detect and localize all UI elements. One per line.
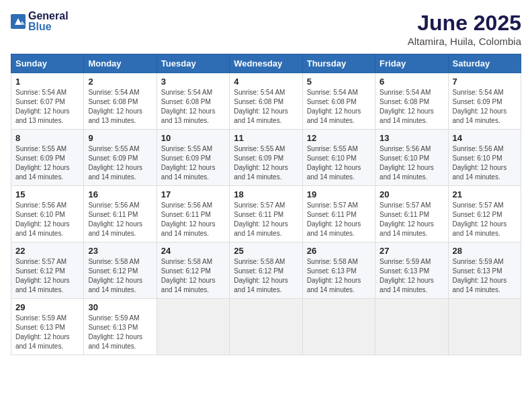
day-cell-24: 24 Sunrise: 5:58 AMSunset: 6:12 PMDaylig…: [157, 242, 229, 299]
day-number: 22: [15, 246, 79, 256]
day-info: Sunrise: 5:56 AMSunset: 6:10 PMDaylight:…: [453, 145, 507, 181]
title-area: June 2025 Altamira, Huila, Colombia: [408, 11, 521, 47]
day-cell-13: 13 Sunrise: 5:56 AMSunset: 6:10 PMDaylig…: [375, 130, 448, 186]
day-cell-28: 28 Sunrise: 5:59 AMSunset: 6:13 PMDaylig…: [448, 242, 521, 299]
day-cell-23: 23 Sunrise: 5:58 AMSunset: 6:12 PMDaylig…: [84, 242, 157, 299]
day-number: 5: [307, 77, 371, 87]
day-info: Sunrise: 5:56 AMSunset: 6:11 PMDaylight:…: [88, 201, 142, 237]
day-number: 28: [453, 246, 517, 256]
week-row-5: 29 Sunrise: 5:59 AMSunset: 6:13 PMDaylig…: [11, 299, 521, 355]
day-number: 16: [88, 189, 152, 199]
day-number: 9: [88, 133, 152, 143]
day-number: 18: [234, 189, 298, 199]
day-number: 21: [453, 189, 517, 199]
day-cell-5: 5 Sunrise: 5:54 AMSunset: 6:08 PMDayligh…: [302, 73, 375, 130]
day-number: 29: [15, 302, 79, 312]
day-info: Sunrise: 5:57 AMSunset: 6:11 PMDaylight:…: [307, 201, 361, 237]
day-number: 1: [15, 77, 79, 87]
day-number: 6: [380, 77, 443, 87]
day-info: Sunrise: 5:59 AMSunset: 6:13 PMDaylight:…: [453, 258, 507, 293]
day-cell-21: 21 Sunrise: 5:57 AMSunset: 6:12 PMDaylig…: [448, 186, 521, 242]
day-cell-22: 22 Sunrise: 5:57 AMSunset: 6:12 PMDaylig…: [11, 242, 84, 299]
day-number: 23: [88, 246, 152, 256]
th-monday: Monday: [84, 54, 157, 73]
day-info: Sunrise: 5:57 AMSunset: 6:12 PMDaylight:…: [453, 201, 507, 237]
logo: General Blue: [11, 11, 69, 32]
day-cell-18: 18 Sunrise: 5:57 AMSunset: 6:11 PMDaylig…: [230, 186, 302, 242]
day-cell-1: 1 Sunrise: 5:54 AMSunset: 6:07 PMDayligh…: [11, 73, 84, 130]
day-info: Sunrise: 5:54 AMSunset: 6:08 PMDaylight:…: [234, 89, 288, 124]
day-info: Sunrise: 5:55 AMSunset: 6:09 PMDaylight:…: [15, 145, 70, 181]
week-row-4: 22 Sunrise: 5:57 AMSunset: 6:12 PMDaylig…: [11, 242, 521, 299]
month-title: June 2025: [408, 11, 521, 36]
day-info: Sunrise: 5:55 AMSunset: 6:10 PMDaylight:…: [307, 145, 361, 181]
day-cell-29: 29 Sunrise: 5:59 AMSunset: 6:13 PMDaylig…: [11, 299, 84, 355]
logo-blue: Blue: [28, 21, 69, 32]
empty-cell-w4-d5: [375, 299, 448, 355]
day-cell-20: 20 Sunrise: 5:57 AMSunset: 6:11 PMDaylig…: [375, 186, 448, 242]
day-number: 19: [307, 189, 371, 199]
day-number: 11: [234, 133, 298, 143]
th-tuesday: Tuesday: [157, 54, 229, 73]
day-cell-14: 14 Sunrise: 5:56 AMSunset: 6:10 PMDaylig…: [448, 130, 521, 186]
day-number: 10: [161, 133, 225, 143]
day-info: Sunrise: 5:57 AMSunset: 6:12 PMDaylight:…: [15, 258, 70, 293]
day-info: Sunrise: 5:58 AMSunset: 6:13 PMDaylight:…: [307, 258, 361, 293]
week-row-3: 15 Sunrise: 5:56 AMSunset: 6:10 PMDaylig…: [11, 186, 521, 242]
day-cell-9: 9 Sunrise: 5:55 AMSunset: 6:09 PMDayligh…: [84, 130, 157, 186]
day-cell-27: 27 Sunrise: 5:59 AMSunset: 6:13 PMDaylig…: [375, 242, 448, 299]
location-title: Altamira, Huila, Colombia: [408, 36, 521, 47]
day-cell-11: 11 Sunrise: 5:55 AMSunset: 6:09 PMDaylig…: [230, 130, 302, 186]
day-number: 8: [15, 133, 79, 143]
day-cell-3: 3 Sunrise: 5:54 AMSunset: 6:08 PMDayligh…: [157, 73, 229, 130]
day-number: 3: [161, 77, 225, 87]
day-info: Sunrise: 5:56 AMSunset: 6:11 PMDaylight:…: [161, 201, 216, 237]
day-info: Sunrise: 5:56 AMSunset: 6:10 PMDaylight:…: [380, 145, 434, 181]
day-number: 30: [88, 302, 152, 312]
day-number: 25: [234, 246, 298, 256]
logo-general: General: [28, 11, 69, 21]
logo-icon: [11, 14, 26, 29]
weekday-header-row: Sunday Monday Tuesday Wednesday Thursday…: [11, 54, 521, 73]
day-cell-8: 8 Sunrise: 5:55 AMSunset: 6:09 PMDayligh…: [11, 130, 84, 186]
day-number: 13: [380, 133, 443, 143]
day-info: Sunrise: 5:58 AMSunset: 6:12 PMDaylight:…: [161, 258, 216, 293]
day-info: Sunrise: 5:54 AMSunset: 6:08 PMDaylight:…: [307, 89, 361, 124]
day-number: 7: [453, 77, 517, 87]
day-info: Sunrise: 5:54 AMSunset: 6:08 PMDaylight:…: [161, 89, 216, 124]
empty-cell-w4-d2: [157, 299, 229, 355]
day-cell-7: 7 Sunrise: 5:54 AMSunset: 6:09 PMDayligh…: [448, 73, 521, 130]
day-cell-25: 25 Sunrise: 5:58 AMSunset: 6:12 PMDaylig…: [230, 242, 302, 299]
day-cell-12: 12 Sunrise: 5:55 AMSunset: 6:10 PMDaylig…: [302, 130, 375, 186]
day-cell-4: 4 Sunrise: 5:54 AMSunset: 6:08 PMDayligh…: [230, 73, 302, 130]
day-info: Sunrise: 5:55 AMSunset: 6:09 PMDaylight:…: [161, 145, 216, 181]
th-saturday: Saturday: [448, 54, 521, 73]
calendar-table: Sunday Monday Tuesday Wednesday Thursday…: [11, 54, 521, 355]
week-row-2: 8 Sunrise: 5:55 AMSunset: 6:09 PMDayligh…: [11, 130, 521, 186]
th-thursday: Thursday: [302, 54, 375, 73]
day-info: Sunrise: 5:54 AMSunset: 6:08 PMDaylight:…: [380, 89, 434, 124]
day-number: 26: [307, 246, 371, 256]
day-info: Sunrise: 5:55 AMSunset: 6:09 PMDaylight:…: [234, 145, 288, 181]
day-number: 15: [15, 189, 79, 199]
day-info: Sunrise: 5:58 AMSunset: 6:12 PMDaylight:…: [88, 258, 142, 293]
day-cell-26: 26 Sunrise: 5:58 AMSunset: 6:13 PMDaylig…: [302, 242, 375, 299]
day-info: Sunrise: 5:56 AMSunset: 6:10 PMDaylight:…: [15, 201, 70, 237]
day-number: 27: [380, 246, 443, 256]
day-cell-6: 6 Sunrise: 5:54 AMSunset: 6:08 PMDayligh…: [375, 73, 448, 130]
day-number: 12: [307, 133, 371, 143]
day-info: Sunrise: 5:54 AMSunset: 6:08 PMDaylight:…: [88, 89, 142, 124]
day-cell-2: 2 Sunrise: 5:54 AMSunset: 6:08 PMDayligh…: [84, 73, 157, 130]
day-number: 17: [161, 189, 225, 199]
empty-cell-w4-d3: [230, 299, 302, 355]
day-cell-10: 10 Sunrise: 5:55 AMSunset: 6:09 PMDaylig…: [157, 130, 229, 186]
day-info: Sunrise: 5:57 AMSunset: 6:11 PMDaylight:…: [234, 201, 288, 237]
day-info: Sunrise: 5:59 AMSunset: 6:13 PMDaylight:…: [380, 258, 434, 293]
day-info: Sunrise: 5:59 AMSunset: 6:13 PMDaylight:…: [15, 314, 70, 350]
day-cell-30: 30 Sunrise: 5:59 AMSunset: 6:13 PMDaylig…: [84, 299, 157, 355]
day-cell-15: 15 Sunrise: 5:56 AMSunset: 6:10 PMDaylig…: [11, 186, 84, 242]
day-cell-17: 17 Sunrise: 5:56 AMSunset: 6:11 PMDaylig…: [157, 186, 229, 242]
th-sunday: Sunday: [11, 54, 84, 73]
day-number: 14: [453, 133, 517, 143]
th-wednesday: Wednesday: [230, 54, 302, 73]
